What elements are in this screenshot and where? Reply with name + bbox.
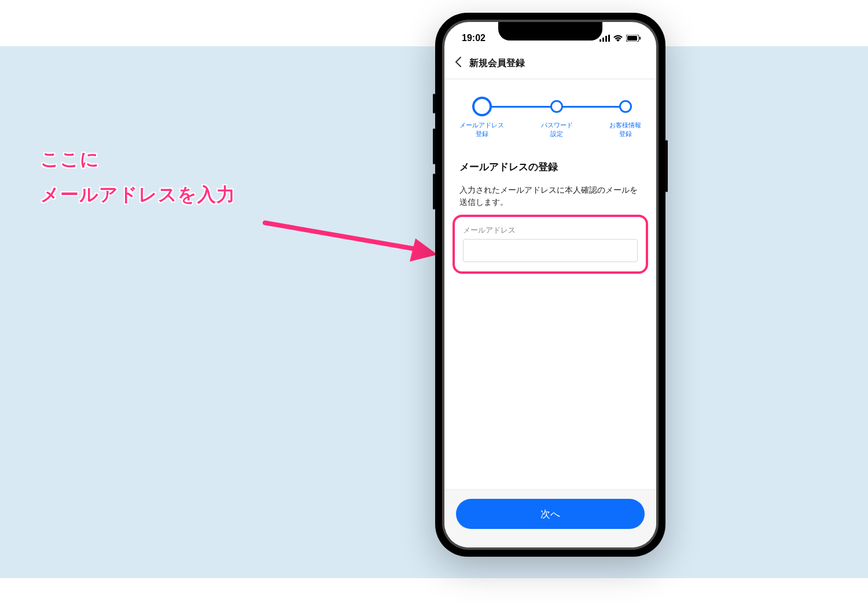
arrow-icon [260, 214, 440, 266]
phone-frame-inner: 19:02 新規会員登録 メールアド [442, 20, 659, 550]
annotation-line2: メールアドレスを入力 [41, 177, 236, 212]
step-label-line: 設定 [550, 130, 563, 137]
phone-frame: 19:02 新規会員登録 メールアド [435, 13, 665, 557]
annotation-line1: ここに [41, 142, 236, 177]
step-circle-icon [550, 100, 563, 113]
annotation-callout: ここに メールアドレスを入力 [41, 142, 236, 212]
svg-line-1 [265, 223, 421, 250]
progress-stepper: メールアドレス 登録 パスワード 設定 お客様情報 登録 [444, 79, 656, 143]
phone-side-button [433, 94, 435, 113]
back-button[interactable] [454, 57, 462, 69]
section-description: 入力されたメールアドレスに本人確認のメールを送信します。 [459, 184, 641, 209]
step-label: パスワード 設定 [541, 121, 573, 138]
background-panel [0, 46, 868, 578]
phone-side-button [433, 128, 435, 164]
content-section: メールアドレスの登録 入力されたメールアドレスに本人確認のメールを送信します。 [444, 143, 656, 215]
step-circle-icon [472, 97, 492, 116]
step-label: メールアドレス 登録 [459, 121, 504, 138]
email-input[interactable] [463, 239, 638, 262]
status-icons [599, 35, 641, 42]
phone-notch [498, 22, 602, 41]
step-password: パスワード 設定 [541, 97, 573, 138]
svg-rect-6 [608, 35, 610, 42]
phone-side-button [665, 140, 668, 192]
step-email: メールアドレス 登録 [459, 97, 504, 138]
chevron-left-icon [455, 57, 461, 67]
status-time: 19:02 [462, 33, 486, 43]
step-label: お客様情報 登録 [609, 121, 641, 138]
bottom-bar: 次へ [444, 489, 656, 547]
step-label-line: 登録 [619, 130, 632, 137]
wifi-icon [613, 35, 623, 42]
step-circle-icon [619, 100, 632, 113]
step-label-line: パスワード [541, 122, 573, 128]
email-input-highlight: メールアドレス [453, 215, 648, 274]
email-input-label: メールアドレス [463, 225, 638, 236]
step-label-line: 登録 [476, 130, 488, 137]
next-button[interactable]: 次へ [456, 499, 645, 529]
step-customer-info: お客様情報 登録 [609, 97, 641, 138]
nav-title: 新規会員登録 [469, 57, 525, 69]
phone-screen: 19:02 新規会員登録 メールアド [444, 22, 656, 547]
step-label-line: メールアドレス [459, 122, 504, 128]
svg-marker-2 [410, 238, 437, 262]
phone-side-button [433, 174, 435, 209]
svg-rect-4 [602, 38, 604, 42]
section-title: メールアドレスの登録 [459, 160, 641, 174]
svg-rect-8 [627, 36, 637, 41]
signal-icon [599, 35, 610, 42]
step-label-line: お客様情報 [609, 122, 641, 128]
battery-icon [626, 35, 641, 42]
svg-rect-9 [639, 37, 641, 40]
nav-bar: 新規会員登録 [444, 47, 656, 79]
svg-rect-5 [605, 36, 607, 42]
svg-rect-3 [599, 39, 601, 42]
